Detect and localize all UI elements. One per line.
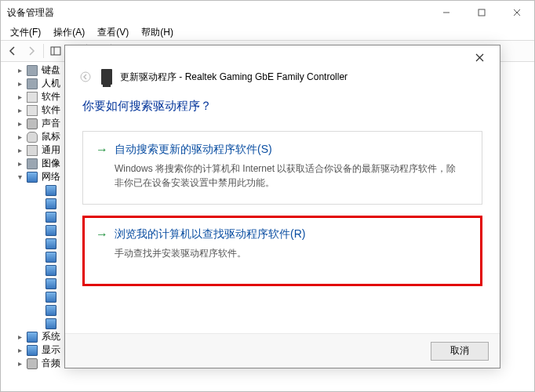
tree-label: 键盘 [40, 64, 60, 77]
net-icon [26, 171, 38, 183]
dialog-close-button[interactable] [465, 48, 493, 67]
tree-label: 人机 [40, 77, 60, 90]
menu-action[interactable]: 操作(A) [49, 24, 89, 41]
tree-toggle[interactable]: ▸ [15, 119, 24, 129]
net-icon [45, 278, 57, 290]
tree-toggle[interactable]: ▾ [15, 172, 24, 182]
option-browse-desc: 手动查找并安装驱动程序软件。 [115, 246, 460, 260]
net-icon [45, 264, 57, 277]
tree-toggle [34, 212, 43, 222]
svg-rect-1 [479, 9, 485, 16]
tree-toggle[interactable]: ▸ [15, 146, 24, 155]
tree-toggle[interactable]: ▸ [15, 132, 24, 142]
tree-toggle [34, 319, 43, 328]
tree-toggle [34, 279, 43, 289]
tree-toggle[interactable]: ▸ [15, 93, 24, 102]
tree-toggle[interactable]: ▸ [15, 346, 24, 355]
tree-label: 显示 [40, 343, 60, 357]
tree-toggle [34, 186, 43, 195]
tree-label: 系统 [40, 330, 60, 343]
svg-rect-4 [51, 47, 60, 55]
menu-help[interactable]: 帮助(H) [136, 24, 178, 41]
gray-icon [26, 78, 38, 90]
net-icon [45, 198, 57, 210]
minimize-button[interactable] [428, 1, 464, 24]
tree-toggle[interactable]: ▸ [15, 332, 24, 342]
tree-label: 音频 [40, 357, 60, 370]
usb-icon [26, 144, 38, 157]
update-driver-dialog: 更新驱动程序 - Realtek Gaming GbE Family Contr… [64, 45, 500, 368]
tree-label: 声音 [40, 117, 60, 130]
option-auto-desc: Windows 将搜索你的计算机和 Internet 以获取适合你设备的最新驱动… [115, 162, 460, 190]
dialog-back-button[interactable] [78, 69, 93, 85]
net-icon [45, 318, 57, 330]
forward-button[interactable] [23, 42, 40, 60]
tree-toggle [34, 199, 43, 209]
close-button[interactable] [499, 1, 534, 24]
titlebar: 设备管理器 [1, 1, 534, 24]
maximize-button[interactable] [464, 1, 499, 24]
net-icon [45, 224, 57, 237]
dialog-title: 更新驱动程序 - Realtek Gaming GbE Family Contr… [120, 71, 348, 84]
mouse-icon [26, 131, 38, 143]
option-auto-title: 自动搜索更新的驱动程序软件(S) [115, 143, 272, 157]
net-icon [45, 304, 57, 317]
speaker-icon [26, 118, 38, 130]
tree-toggle [34, 252, 43, 262]
toolbar-separator [43, 44, 44, 58]
net-icon [45, 291, 57, 303]
tree-toggle [34, 226, 43, 235]
tree-toggle[interactable]: ▸ [15, 159, 24, 169]
tree-toggle[interactable]: ▸ [15, 106, 24, 115]
monitor-icon [26, 344, 38, 357]
chip-icon [26, 104, 38, 117]
tree-label: 图像 [40, 157, 60, 170]
tree-toggle[interactable]: ▸ [15, 66, 24, 75]
show-hide-console-button[interactable] [47, 42, 64, 60]
tree-label: 网络 [40, 170, 60, 183]
tree-toggle [34, 292, 43, 302]
dialog-question: 你要如何搜索驱动程序？ [82, 99, 482, 114]
net-icon [45, 238, 57, 250]
tree-toggle [34, 306, 43, 315]
device-icon [101, 69, 112, 85]
tree-toggle[interactable]: ▸ [15, 359, 24, 368]
chip-icon [26, 91, 38, 103]
speaker-icon [26, 358, 38, 370]
tree-label: 通用 [40, 143, 60, 157]
tree-label: 鼠标 [40, 130, 60, 143]
tree-toggle [34, 239, 43, 249]
net-icon [45, 251, 57, 263]
net-icon [45, 184, 57, 197]
window-title: 设备管理器 [7, 6, 428, 20]
option-browse-title: 浏览我的计算机以查找驱动程序软件(R) [115, 227, 305, 241]
cancel-button[interactable]: 取消 [431, 342, 489, 361]
net-icon [45, 211, 57, 223]
tree-label: 软件 [40, 103, 60, 117]
menu-view[interactable]: 查看(V) [93, 24, 133, 41]
tree-toggle[interactable]: ▸ [15, 79, 24, 89]
menu-file[interactable]: 文件(F) [5, 24, 45, 41]
tree-toggle [34, 266, 43, 275]
svg-point-16 [81, 72, 90, 82]
back-button[interactable] [4, 42, 21, 60]
gray-icon [26, 158, 38, 170]
monitor-icon [26, 331, 38, 343]
arrow-right-icon: → [96, 143, 108, 156]
menubar: 文件(F) 操作(A) 查看(V) 帮助(H) [1, 24, 534, 40]
tree-label: 软件 [40, 90, 60, 103]
arrow-right-icon: → [96, 228, 108, 241]
option-auto-search[interactable]: → 自动搜索更新的驱动程序软件(S) Windows 将搜索你的计算机和 Int… [82, 131, 482, 205]
gray-icon [26, 64, 38, 77]
option-browse-computer[interactable]: → 浏览我的计算机以查找驱动程序软件(R) 手动查找并安装驱动程序软件。 [82, 216, 482, 286]
